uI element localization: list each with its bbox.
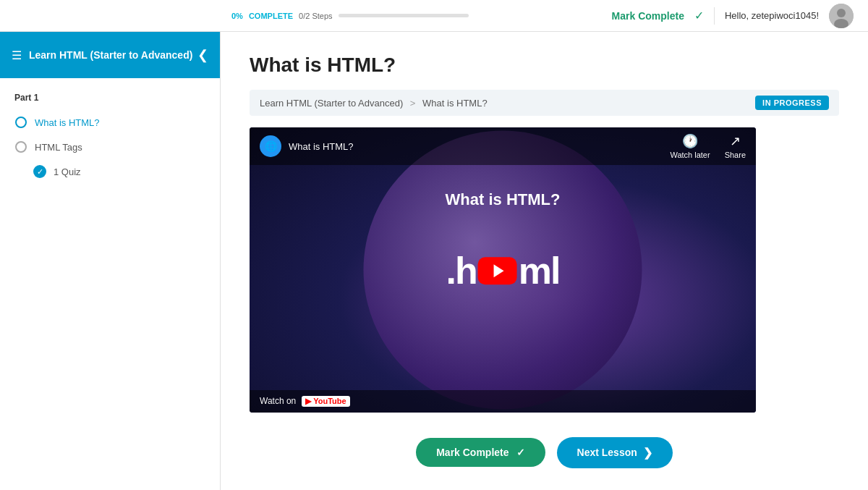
next-lesson-label: Next Lesson: [577, 447, 637, 458]
video-container[interactable]: 🌐 What is HTML? 🕐 Watch later ↗ Share: [250, 127, 756, 413]
watch-later-button[interactable]: 🕐 Watch later: [670, 133, 710, 159]
youtube-logo-icon: ▶ YouTube: [302, 396, 349, 407]
lesson-title: What is HTML?: [250, 54, 839, 77]
bottom-actions: Mark Complete ✓ Next Lesson ❯: [250, 430, 839, 473]
next-lesson-button[interactable]: Next Lesson ❯: [557, 437, 673, 468]
sidebar-item-html-tags[interactable]: HTML Tags: [0, 135, 220, 159]
status-badge: IN PROGRESS: [755, 96, 829, 110]
share-label: Share: [725, 151, 746, 159]
circle-active-icon: [14, 116, 27, 129]
video-top-bar: 🌐 What is HTML? 🕐 Watch later ↗ Share: [250, 127, 756, 165]
top-bar: 0% COMPLETE 0/2 Steps Mark Complete ✓ He…: [0, 0, 868, 32]
content-area: What is HTML? Learn HTML (Starter to Adv…: [221, 32, 868, 490]
share-icon: ↗: [730, 133, 741, 149]
html-text-display: .h ml: [446, 249, 560, 292]
svg-point-1: [837, 9, 846, 17]
breadcrumb-bar: Learn HTML (Starter to Advanced) > What …: [250, 90, 839, 116]
sidebar-item-quiz[interactable]: ✓ 1 Quiz: [0, 159, 220, 184]
video-top-right: 🕐 Watch later ↗ Share: [670, 133, 746, 159]
mark-complete-link[interactable]: Mark Complete: [612, 10, 684, 22]
hello-text: Hello, zetepiwoci1045!: [725, 10, 819, 21]
sidebar-header: ☰ Learn HTML (Starter to Advanced) ❮: [0, 32, 220, 78]
breadcrumb: Learn HTML (Starter to Advanced) > What …: [260, 98, 488, 109]
breadcrumb-course-link[interactable]: Learn HTML (Starter to Advanced): [260, 98, 403, 109]
sidebar-body: Part 1 What is HTML? HTML Tags ✓: [0, 78, 220, 195]
breadcrumb-current: What is HTML?: [422, 98, 488, 109]
mark-complete-button[interactable]: Mark Complete ✓: [416, 438, 545, 467]
mark-complete-check-icon: ✓: [516, 447, 525, 458]
progress-percent: 0%: [231, 12, 243, 20]
youtube-play-button[interactable]: [478, 257, 517, 284]
html-text-left: .h: [446, 249, 477, 292]
video-top-left: 🌐 What is HTML?: [260, 135, 354, 157]
sidebar-item-label: 1 Quiz: [54, 166, 81, 177]
part-label: Part 1: [0, 90, 220, 110]
mark-complete-button-label: Mark Complete: [436, 447, 509, 458]
circle-gray-icon: [14, 140, 27, 153]
video-overlay-title: What is HTML?: [289, 141, 354, 152]
share-button[interactable]: ↗ Share: [725, 133, 746, 159]
youtube-globe-icon: 🌐: [260, 135, 281, 157]
top-bar-progress: 0% COMPLETE 0/2 Steps: [0, 12, 597, 20]
check-circle-icon: ✓: [33, 165, 46, 178]
progress-bar-wrap: [339, 14, 469, 17]
sidebar-course-title: Learn HTML (Starter to Advanced): [29, 48, 192, 62]
video-center-title: What is HTML?: [446, 190, 561, 209]
watch-on-label: Watch on: [260, 396, 296, 406]
html-text-right: ml: [519, 249, 560, 292]
breadcrumb-separator: >: [410, 98, 416, 109]
progress-steps: 0/2 Steps: [299, 12, 332, 20]
sidebar: ☰ Learn HTML (Starter to Advanced) ❮ Par…: [0, 32, 221, 490]
divider: [714, 7, 715, 25]
youtube-logo[interactable]: ▶ YouTube: [302, 396, 349, 407]
sidebar-header-left: ☰ Learn HTML (Starter to Advanced): [12, 48, 192, 62]
chevron-right-icon: ❯: [643, 446, 652, 460]
top-bar-right: Mark Complete ✓ Hello, zetepiwoci1045!: [597, 4, 854, 28]
watch-later-label: Watch later: [670, 151, 710, 159]
list-icon: ☰: [12, 48, 22, 62]
sidebar-item-what-is-html[interactable]: What is HTML?: [0, 110, 220, 135]
sidebar-close-icon[interactable]: ❮: [197, 47, 208, 63]
avatar: [829, 4, 854, 28]
youtube-text: YouTube: [313, 397, 346, 405]
sidebar-item-label: HTML Tags: [35, 142, 82, 153]
video-bottom-bar: Watch on ▶ YouTube: [250, 390, 756, 413]
check-icon-top: ✓: [694, 9, 704, 22]
main-layout: ☰ Learn HTML (Starter to Advanced) ❮ Par…: [0, 32, 868, 490]
clock-icon: 🕐: [682, 133, 698, 149]
sidebar-item-label: What is HTML?: [35, 117, 100, 128]
progress-complete-label: COMPLETE: [249, 12, 293, 20]
video-background: 🌐 What is HTML? 🕐 Watch later ↗ Share: [250, 127, 756, 413]
